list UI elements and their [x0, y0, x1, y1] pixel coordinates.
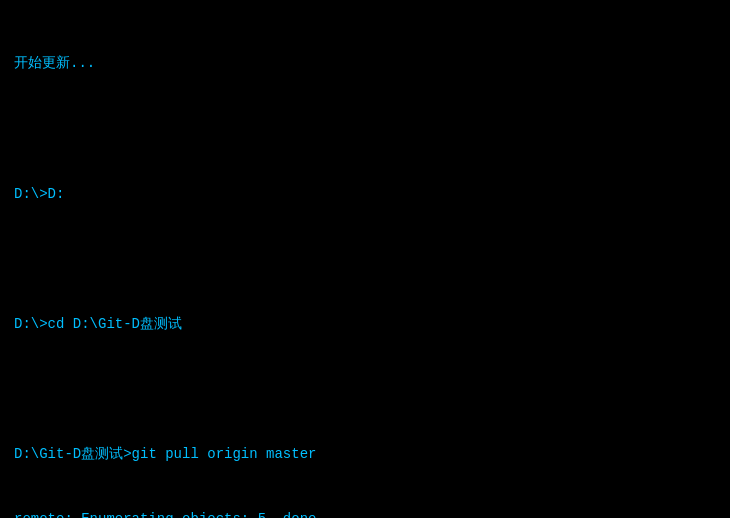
terminal-window: 开始更新... D:\>D: D:\>cd D:\Git-D盘测试 D:\Git… [0, 0, 730, 518]
line-8: remote: Enumerating objects: 5, done. [14, 509, 716, 518]
line-3: D:\>D: [14, 184, 716, 206]
line-4 [14, 249, 716, 271]
line-5: D:\>cd D:\Git-D盘测试 [14, 314, 716, 336]
line-1: 开始更新... [14, 53, 716, 75]
line-2 [14, 118, 716, 140]
line-7: D:\Git-D盘测试>git pull origin master [14, 444, 716, 466]
line-6 [14, 379, 716, 401]
